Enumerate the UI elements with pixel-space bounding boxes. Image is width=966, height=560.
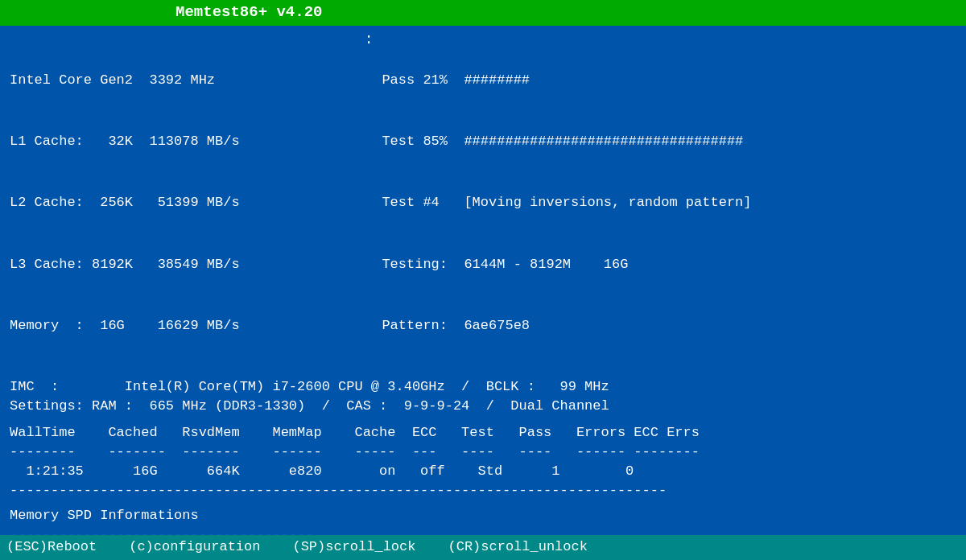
table-header-underline: -------- ------- ------- ------ ----- --…	[10, 443, 956, 462]
bottom-scroll-lock[interactable]: (SP)scroll_lock	[292, 537, 415, 558]
cpu-info: Intel Core Gen2 3392 MHz	[10, 71, 356, 90]
column-separator: :	[356, 29, 382, 378]
spd-title: Memory SPD Informations	[10, 505, 956, 526]
table-headers: WallTime Cached RsvdMem MemMap Cache ECC…	[10, 423, 956, 443]
memory-info: Memory : 16G 16629 MB/s	[10, 316, 356, 336]
l3-cache: L3 Cache: 8192K 38549 MB/s	[10, 255, 356, 274]
settings-row: Settings: RAM : 665 MHz (DDR3-1330) / CA…	[10, 397, 956, 416]
right-info: Pass 21% ######## Test 85% #############…	[382, 29, 956, 378]
test-percent: Test 85% ###############################…	[382, 132, 956, 151]
test-number: Test #4 [Moving inversions, random patte…	[382, 193, 956, 212]
imc-row: IMC : Intel(R) Core(TM) i7-2600 CPU @ 3.…	[10, 377, 956, 397]
bottom-scroll-unlock[interactable]: (CR)scroll_unlock	[448, 537, 587, 558]
bottom-bar: (ESC)Reboot (c)configuration (SP)scroll_…	[0, 535, 966, 560]
table-section: WallTime Cached RsvdMem MemMap Cache ECC…	[10, 423, 956, 481]
l1-cache: L1 Cache: 32K 113078 MB/s	[10, 132, 356, 151]
screen: Memtest86+ v4.20 Intel Core Gen2 3392 MH…	[0, 0, 966, 560]
table-data-row: 1:21:35 16G 664K e820 on off Std 1 0	[10, 462, 956, 481]
table-divider: ----------------------------------------…	[10, 481, 956, 500]
title-text: Memtest86+ v4.20	[175, 3, 322, 21]
pattern: Pattern: 6ae675e8	[382, 316, 956, 336]
l2-cache: L2 Cache: 256K 51399 MB/s	[10, 193, 356, 212]
bottom-config[interactable]: (c)configuration	[129, 537, 260, 558]
testing-range: Testing: 6144M - 8192M 16G	[382, 255, 956, 274]
pass-percent: Pass 21% ########	[382, 71, 956, 90]
bottom-esc[interactable]: (ESC)Reboot	[6, 537, 97, 558]
title-bar: Memtest86+ v4.20	[0, 0, 966, 26]
left-info: Intel Core Gen2 3392 MHz L1 Cache: 32K 1…	[10, 29, 356, 378]
